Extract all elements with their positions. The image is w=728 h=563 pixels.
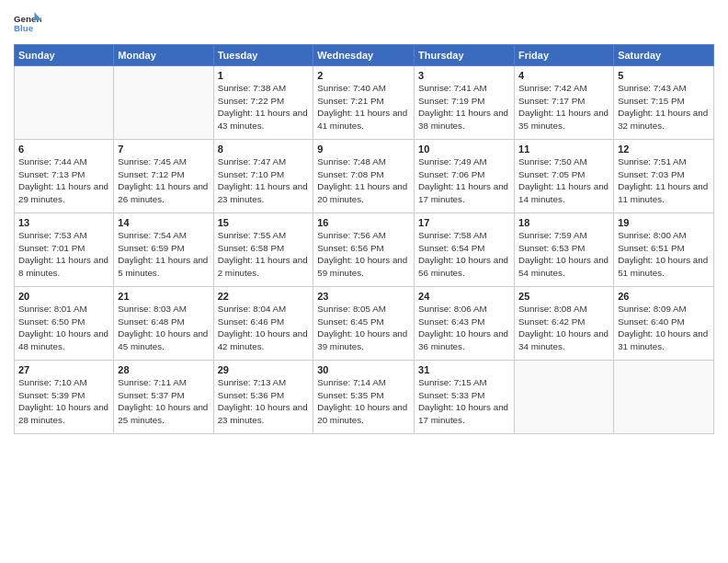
calendar-cell: 16Sunrise: 7:56 AM Sunset: 6:56 PM Dayli… — [313, 213, 415, 287]
day-number: 7 — [118, 144, 209, 155]
day-info: Sunrise: 7:44 AM Sunset: 7:13 PM Dayligh… — [18, 155, 109, 206]
calendar-cell — [515, 361, 614, 434]
calendar-cell — [114, 66, 213, 140]
calendar-cell: 17Sunrise: 7:58 AM Sunset: 6:54 PM Dayli… — [415, 213, 515, 287]
day-info: Sunrise: 7:14 AM Sunset: 5:35 PM Dayligh… — [317, 376, 410, 427]
calendar-week-row: 27Sunrise: 7:10 AM Sunset: 5:39 PM Dayli… — [15, 361, 714, 434]
day-number: 16 — [317, 217, 410, 228]
calendar-cell: 8Sunrise: 7:47 AM Sunset: 7:10 PM Daylig… — [213, 140, 313, 213]
day-info: Sunrise: 8:06 AM Sunset: 6:43 PM Dayligh… — [418, 303, 510, 353]
day-number: 22 — [218, 291, 310, 302]
day-number: 25 — [518, 291, 609, 302]
day-info: Sunrise: 7:38 AM Sunset: 7:22 PM Dayligh… — [218, 82, 310, 132]
days-of-week-row: SundayMondayTuesdayWednesdayThursdayFrid… — [15, 45, 714, 66]
day-info: Sunrise: 7:48 AM Sunset: 7:08 PM Dayligh… — [317, 155, 410, 206]
calendar-cell: 22Sunrise: 8:04 AM Sunset: 6:46 PM Dayli… — [213, 287, 313, 361]
day-info: Sunrise: 7:51 AM Sunset: 7:03 PM Dayligh… — [618, 155, 710, 206]
day-info: Sunrise: 7:49 AM Sunset: 7:06 PM Dayligh… — [418, 155, 510, 206]
calendar-cell: 6Sunrise: 7:44 AM Sunset: 7:13 PM Daylig… — [15, 140, 114, 213]
day-info: Sunrise: 7:10 AM Sunset: 5:39 PM Dayligh… — [18, 376, 109, 427]
day-info: Sunrise: 7:42 AM Sunset: 7:17 PM Dayligh… — [518, 82, 609, 132]
day-info: Sunrise: 7:50 AM Sunset: 7:05 PM Dayligh… — [518, 155, 609, 206]
day-number: 6 — [18, 144, 109, 155]
day-number: 5 — [618, 70, 710, 81]
calendar-cell: 26Sunrise: 8:09 AM Sunset: 6:40 PM Dayli… — [614, 287, 714, 361]
day-info: Sunrise: 7:53 AM Sunset: 7:01 PM Dayligh… — [18, 229, 109, 280]
calendar-cell: 5Sunrise: 7:43 AM Sunset: 7:15 PM Daylig… — [614, 66, 714, 140]
day-info: Sunrise: 8:05 AM Sunset: 6:45 PM Dayligh… — [317, 303, 410, 353]
calendar-cell: 20Sunrise: 8:01 AM Sunset: 6:50 PM Dayli… — [15, 287, 114, 361]
day-number: 13 — [18, 217, 109, 228]
day-number: 21 — [118, 291, 209, 302]
day-number: 1 — [218, 70, 310, 81]
day-number: 20 — [18, 291, 109, 302]
day-info: Sunrise: 7:59 AM Sunset: 6:53 PM Dayligh… — [518, 229, 609, 280]
calendar-cell: 4Sunrise: 7:42 AM Sunset: 7:17 PM Daylig… — [515, 66, 614, 140]
day-number: 14 — [118, 217, 209, 228]
day-info: Sunrise: 7:45 AM Sunset: 7:12 PM Dayligh… — [118, 155, 209, 206]
day-info: Sunrise: 7:55 AM Sunset: 6:58 PM Dayligh… — [218, 229, 310, 280]
day-number: 12 — [618, 144, 710, 155]
day-number: 26 — [618, 291, 710, 302]
calendar: SundayMondayTuesdayWednesdayThursdayFrid… — [14, 44, 714, 434]
calendar-cell: 7Sunrise: 7:45 AM Sunset: 7:12 PM Daylig… — [114, 140, 213, 213]
dow-header: Thursday — [415, 45, 515, 66]
day-number: 4 — [518, 70, 609, 81]
calendar-cell: 11Sunrise: 7:50 AM Sunset: 7:05 PM Dayli… — [515, 140, 614, 213]
day-info: Sunrise: 8:04 AM Sunset: 6:46 PM Dayligh… — [218, 303, 310, 353]
day-info: Sunrise: 7:41 AM Sunset: 7:19 PM Dayligh… — [418, 82, 510, 132]
day-info: Sunrise: 7:58 AM Sunset: 6:54 PM Dayligh… — [418, 229, 510, 280]
calendar-cell: 9Sunrise: 7:48 AM Sunset: 7:08 PM Daylig… — [313, 140, 415, 213]
calendar-cell: 2Sunrise: 7:40 AM Sunset: 7:21 PM Daylig… — [313, 66, 415, 140]
day-info: Sunrise: 7:15 AM Sunset: 5:33 PM Dayligh… — [418, 376, 510, 427]
calendar-cell: 29Sunrise: 7:13 AM Sunset: 5:36 PM Dayli… — [213, 361, 313, 434]
dow-header: Tuesday — [213, 45, 313, 66]
calendar-week-row: 20Sunrise: 8:01 AM Sunset: 6:50 PM Dayli… — [15, 287, 714, 361]
svg-text:Blue: Blue — [14, 23, 34, 33]
day-info: Sunrise: 8:09 AM Sunset: 6:40 PM Dayligh… — [618, 303, 710, 353]
calendar-week-row: 6Sunrise: 7:44 AM Sunset: 7:13 PM Daylig… — [15, 140, 714, 213]
dow-header: Monday — [114, 45, 213, 66]
calendar-cell: 25Sunrise: 8:08 AM Sunset: 6:42 PM Dayli… — [515, 287, 614, 361]
day-number: 28 — [118, 364, 209, 375]
calendar-cell: 15Sunrise: 7:55 AM Sunset: 6:58 PM Dayli… — [213, 213, 313, 287]
calendar-cell: 19Sunrise: 8:00 AM Sunset: 6:51 PM Dayli… — [614, 213, 714, 287]
calendar-cell: 1Sunrise: 7:38 AM Sunset: 7:22 PM Daylig… — [213, 66, 313, 140]
calendar-cell: 28Sunrise: 7:11 AM Sunset: 5:37 PM Dayli… — [114, 361, 213, 434]
dow-header: Sunday — [15, 45, 114, 66]
calendar-cell: 30Sunrise: 7:14 AM Sunset: 5:35 PM Dayli… — [313, 361, 415, 434]
day-number: 17 — [418, 217, 510, 228]
day-number: 15 — [218, 217, 310, 228]
day-info: Sunrise: 8:00 AM Sunset: 6:51 PM Dayligh… — [618, 229, 710, 280]
day-number: 11 — [518, 144, 609, 155]
day-info: Sunrise: 7:47 AM Sunset: 7:10 PM Dayligh… — [218, 155, 310, 206]
day-number: 27 — [18, 364, 109, 375]
calendar-cell: 24Sunrise: 8:06 AM Sunset: 6:43 PM Dayli… — [415, 287, 515, 361]
day-info: Sunrise: 8:03 AM Sunset: 6:48 PM Dayligh… — [118, 303, 209, 353]
calendar-cell: 13Sunrise: 7:53 AM Sunset: 7:01 PM Dayli… — [15, 213, 114, 287]
calendar-cell: 21Sunrise: 8:03 AM Sunset: 6:48 PM Dayli… — [114, 287, 213, 361]
day-number: 8 — [218, 144, 310, 155]
day-number: 2 — [317, 70, 410, 81]
day-number: 24 — [418, 291, 510, 302]
day-info: Sunrise: 8:01 AM Sunset: 6:50 PM Dayligh… — [18, 303, 109, 353]
day-number: 29 — [218, 364, 310, 375]
day-info: Sunrise: 7:40 AM Sunset: 7:21 PM Dayligh… — [317, 82, 410, 132]
day-number: 19 — [618, 217, 710, 228]
calendar-cell: 14Sunrise: 7:54 AM Sunset: 6:59 PM Dayli… — [114, 213, 213, 287]
calendar-body: 1Sunrise: 7:38 AM Sunset: 7:22 PM Daylig… — [15, 66, 714, 434]
day-number: 9 — [317, 144, 410, 155]
day-number: 18 — [518, 217, 609, 228]
calendar-cell: 12Sunrise: 7:51 AM Sunset: 7:03 PM Dayli… — [614, 140, 714, 213]
day-number: 3 — [418, 70, 510, 81]
calendar-week-row: 13Sunrise: 7:53 AM Sunset: 7:01 PM Dayli… — [15, 213, 714, 287]
day-info: Sunrise: 7:43 AM Sunset: 7:15 PM Dayligh… — [618, 82, 710, 132]
calendar-cell — [614, 361, 714, 434]
calendar-cell: 23Sunrise: 8:05 AM Sunset: 6:45 PM Dayli… — [313, 287, 415, 361]
day-info: Sunrise: 7:54 AM Sunset: 6:59 PM Dayligh… — [118, 229, 209, 280]
dow-header: Saturday — [614, 45, 714, 66]
day-number: 31 — [418, 364, 510, 375]
calendar-week-row: 1Sunrise: 7:38 AM Sunset: 7:22 PM Daylig… — [15, 66, 714, 140]
calendar-cell: 31Sunrise: 7:15 AM Sunset: 5:33 PM Dayli… — [415, 361, 515, 434]
day-number: 30 — [317, 364, 410, 375]
